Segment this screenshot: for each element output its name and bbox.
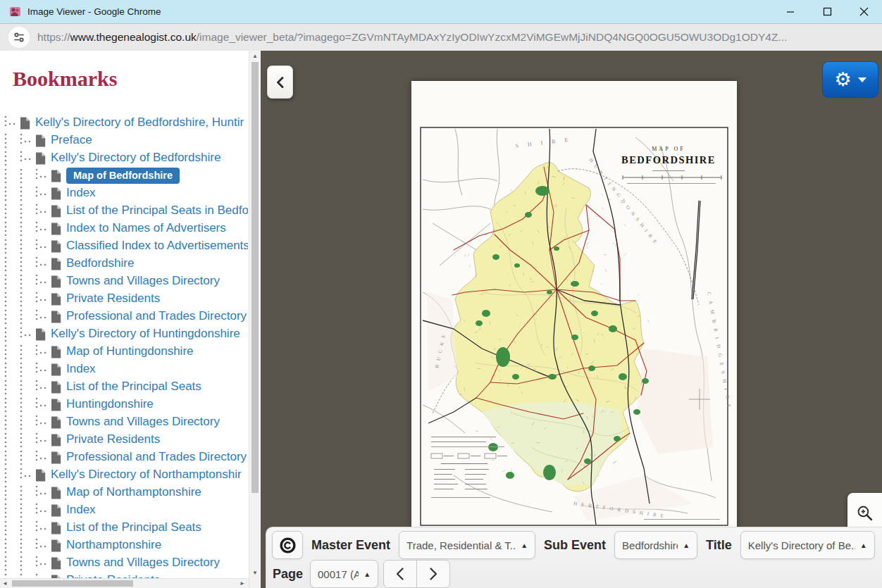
- sidebar-vertical-scrollbar[interactable]: ▲ ▼: [249, 51, 261, 588]
- page-dropdown[interactable]: 00017 (A) ▲: [310, 560, 378, 588]
- bookmark-item[interactable]: Professional and Trades Directory: [0, 449, 248, 467]
- bookmark-label: Northamptonshire: [66, 538, 161, 552]
- caret-up-icon: ▲: [521, 542, 528, 549]
- close-button[interactable]: [845, 0, 882, 23]
- sidebar-horizontal-scrollbar[interactable]: ◄ ►: [0, 578, 249, 588]
- bookmark-label: Index: [66, 503, 96, 517]
- maximize-icon: [823, 7, 832, 16]
- bookmark-item[interactable]: Index: [0, 502, 248, 520]
- tree-guide-dots: [20, 220, 24, 238]
- tree-guide-dots: [20, 449, 24, 467]
- tree-guide-dots: [20, 238, 24, 256]
- bookmark-item[interactable]: Towns and Villages Directory: [0, 555, 248, 573]
- document-icon: [51, 258, 61, 270]
- tree-elbow-dots: [35, 273, 49, 291]
- scroll-right-icon[interactable]: ►: [237, 579, 247, 588]
- tree-elbow-dots: [20, 467, 34, 484]
- main-content: Bookmarks Kelly's Directory of Bedfordsh…: [0, 51, 882, 588]
- tree-guide-dots: [4, 537, 8, 555]
- copyright-button[interactable]: [272, 531, 303, 559]
- sub-event-dropdown[interactable]: Bedfordshire ▲: [614, 531, 697, 559]
- bookmark-label: Map of Bedfordshire: [66, 168, 180, 184]
- bookmark-item[interactable]: Kelly's Directory of Northamptonshir: [0, 467, 248, 484]
- bookmark-label: Private Residents: [66, 292, 160, 306]
- svg-text:CAMBRIDGESHIRE: CAMBRIDGESHIRE: [706, 292, 733, 413]
- tree-elbow-dots: [35, 484, 49, 502]
- image-viewer-canvas: MAP OF BEDFORDSHIRE SHIRE HUNTINGDONSHIR…: [261, 51, 882, 588]
- bookmark-item[interactable]: Index to Names of Advertisers: [0, 220, 248, 238]
- tree-guide-dots: [4, 414, 8, 432]
- bedfordshire-map-image: MAP OF BEDFORDSHIRE SHIRE HUNTINGDONSHIR…: [411, 81, 737, 537]
- bookmark-item[interactable]: Bedfordshire: [0, 256, 248, 273]
- bookmark-label: Kelly's Directory of Huntingdonshire: [51, 327, 240, 341]
- map-page-image[interactable]: MAP OF BEDFORDSHIRE SHIRE HUNTINGDONSHIR…: [411, 81, 737, 537]
- bookmark-item[interactable]: List of the Principal Seats: [0, 379, 248, 396]
- tree-guide-dots: [4, 291, 8, 308]
- document-icon: [51, 311, 61, 323]
- svg-text:SHIRE: SHIRE: [515, 135, 578, 149]
- scroll-left-icon[interactable]: ◄: [0, 579, 10, 588]
- bookmark-item-selected[interactable]: Map of Bedfordshire: [0, 168, 248, 185]
- bookmark-item[interactable]: Towns and Villages Directory: [0, 273, 248, 291]
- bookmark-item[interactable]: List of the Principal Seats: [0, 520, 248, 537]
- bookmark-item[interactable]: Private Residents: [0, 432, 248, 449]
- scroll-down-icon[interactable]: ▼: [249, 568, 261, 578]
- tree-guide-dots: [4, 132, 8, 150]
- tree-guide-dots: [4, 432, 8, 449]
- vertical-scroll-thumb[interactable]: [251, 62, 259, 493]
- horizontal-scroll-thumb[interactable]: [12, 580, 133, 587]
- sub-event-label: Sub Event: [544, 538, 606, 553]
- bookmark-item[interactable]: Northamptonshire: [0, 537, 248, 555]
- tree-guide-dots: [4, 361, 8, 379]
- tree-guide-dots: [4, 326, 8, 344]
- bookmark-label: List of the Principal Seats: [66, 520, 201, 534]
- bookmark-item[interactable]: Huntingdonshire: [0, 396, 248, 414]
- collapse-sidebar-button[interactable]: [267, 65, 293, 99]
- bookmark-item[interactable]: Professional and Trades Directory: [0, 308, 248, 326]
- caret-up-icon: ▲: [860, 542, 867, 549]
- tree-elbow-dots: [20, 326, 34, 344]
- site-settings-button[interactable]: [8, 27, 30, 48]
- master-event-dropdown[interactable]: Trade, Residential & T... ▲: [399, 531, 535, 559]
- tree-guide-dots: [4, 396, 8, 414]
- url-text[interactable]: https://www.thegenealogist.co.uk/image_v…: [37, 31, 787, 44]
- bookmark-item[interactable]: List of the Principal Seats in Bedfo: [0, 203, 248, 220]
- document-icon: [51, 187, 61, 200]
- bookmark-item[interactable]: Towns and Villages Directory: [0, 414, 248, 432]
- bookmark-item[interactable]: Classified Index to Advertisements: [0, 238, 248, 256]
- bookmark-label: Private Residents: [66, 432, 160, 446]
- bookmark-item[interactable]: Private Residents: [0, 291, 248, 308]
- tree-elbow-dots: [35, 238, 49, 256]
- tree-elbow-dots: [35, 308, 49, 326]
- tree-guide-dots: [20, 414, 24, 432]
- window-controls: [772, 0, 882, 23]
- tree-guide-dots: [4, 238, 8, 256]
- minimize-button[interactable]: [772, 0, 809, 23]
- tree-elbow-dots: [35, 414, 49, 432]
- bookmark-item[interactable]: Preface: [0, 132, 248, 150]
- document-icon: [35, 328, 46, 341]
- bookmark-label: List of the Principal Seats: [66, 380, 201, 394]
- sub-event-value: Bedfordshire: [622, 539, 678, 551]
- bookmark-item[interactable]: Map of Huntingdonshire: [0, 344, 248, 361]
- bookmark-item[interactable]: Index: [0, 185, 248, 203]
- bookmark-label: Map of Huntingdonshire: [66, 344, 194, 358]
- tree-elbow-dots: [20, 150, 34, 168]
- browser-window: Image Viewer - Google Chrome https://www…: [0, 0, 882, 588]
- page-label: Page: [273, 567, 303, 582]
- bookmark-item[interactable]: Index: [0, 361, 248, 379]
- bookmark-item[interactable]: Kelly's Directory of Bedfordshire: [0, 150, 248, 168]
- settings-button[interactable]: ⚙: [822, 61, 878, 98]
- bookmark-item[interactable]: Kelly's Directory of Bedfordshire, Hunti…: [0, 115, 248, 132]
- previous-page-button[interactable]: [383, 560, 417, 588]
- tree-guide-dots: [20, 520, 24, 537]
- bookmarks-heading: Bookmarks: [13, 68, 261, 90]
- tree-guide-dots: [20, 344, 24, 361]
- bookmark-item[interactable]: Kelly's Directory of Huntingdonshire: [0, 326, 248, 344]
- title-dropdown[interactable]: Kelly's Directory of Be... ▲: [740, 531, 875, 559]
- page-nav-group: [383, 560, 450, 588]
- maximize-button[interactable]: [809, 0, 845, 23]
- next-page-button[interactable]: [416, 560, 450, 588]
- bookmark-item[interactable]: Map of Northamptonshire: [0, 484, 248, 502]
- scroll-up-icon[interactable]: ▲: [249, 51, 261, 61]
